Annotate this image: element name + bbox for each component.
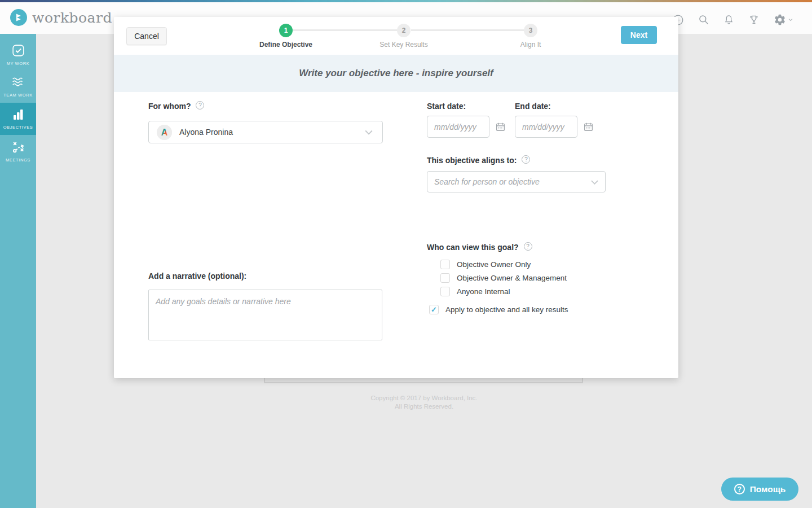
- logo-wordmark: workboard: [32, 10, 112, 26]
- meetings-tactics-icon: [11, 140, 25, 154]
- owner-name: Alyona Pronina: [179, 128, 233, 137]
- owner-avatar: A: [157, 125, 172, 140]
- workboard-logo-icon: [10, 9, 27, 26]
- step-3-circle[interactable]: 3: [524, 24, 537, 37]
- for-whom-label: For whom?: [148, 102, 191, 111]
- sidebar-item-meetings[interactable]: MEETINGS: [0, 135, 36, 167]
- start-date-input[interactable]: [427, 116, 489, 138]
- form-right-column: Start date: End date:: [427, 102, 607, 314]
- aligns-to-help-icon[interactable]: ?: [522, 155, 530, 164]
- form-left-column: For whom? ? A Alyona Pronina: [148, 102, 383, 343]
- app-root: workboard MY WORK: [0, 0, 812, 508]
- view-option-row: Objective Owner & Management: [427, 273, 607, 283]
- aligns-to-label: This objective aligns to:: [427, 156, 517, 165]
- narrative-label: Add a narrative (optional):: [148, 271, 246, 281]
- owner-chevron-down-icon: [363, 126, 374, 138]
- objective-title-placeholder: Write your objective here - inspire your…: [299, 68, 493, 79]
- view-option-label: Anyone Internal: [457, 287, 510, 296]
- owner-select[interactable]: A Alyona Pronina: [148, 121, 383, 143]
- create-objective-modal: Cancel Next 1 2 3 Define Objective Set K…: [114, 17, 678, 378]
- aligns-search-input[interactable]: [427, 171, 606, 192]
- footer-line2: All Rights Reserved.: [36, 402, 812, 411]
- view-option-label: Objective Owner Only: [457, 260, 531, 269]
- workboard-logo[interactable]: workboard: [10, 9, 112, 26]
- step-1-label: Define Objective: [241, 41, 331, 49]
- narrative-textarea[interactable]: [148, 290, 382, 340]
- notifications-bell-icon[interactable]: [723, 14, 734, 25]
- footer-copyright: Copyright © 2017 by Workboard, Inc. All …: [36, 394, 812, 411]
- topbar-icons: [672, 14, 794, 26]
- end-date-label: End date:: [515, 102, 593, 111]
- who-can-view-label: Who can view this goal?: [427, 243, 519, 252]
- view-option-row: Objective Owner Only: [427, 260, 607, 269]
- search-icon[interactable]: [698, 14, 709, 25]
- trophy-icon[interactable]: [748, 14, 760, 25]
- step-2-circle[interactable]: 2: [397, 24, 411, 37]
- who-can-view-help-icon[interactable]: ?: [524, 242, 532, 251]
- objectives-chart-icon: [11, 108, 25, 121]
- sidebar-item-label: MEETINGS: [6, 157, 30, 163]
- footer-line1: Copyright © 2017 by Workboard, Inc.: [36, 394, 812, 402]
- aligns-chevron-down-icon[interactable]: [589, 177, 600, 187]
- team-work-waves-icon: [11, 76, 25, 89]
- step-2-label: Set Key Results: [359, 41, 449, 49]
- end-date-input[interactable]: [515, 116, 577, 138]
- settings-gear-icon[interactable]: [774, 14, 794, 26]
- anyone-internal-checkbox[interactable]: [440, 287, 450, 296]
- apply-row: ✓ Apply to objective and all key results: [427, 305, 607, 314]
- view-option-row: Anyone Internal: [427, 287, 607, 296]
- start-date-calendar-icon[interactable]: [496, 122, 505, 132]
- svg-text:A: A: [161, 128, 168, 137]
- sidebar-item-my-work[interactable]: MY WORK: [0, 38, 36, 71]
- sidebar-item-objectives[interactable]: OBJECTIVES: [0, 103, 36, 135]
- for-whom-help-icon[interactable]: ?: [196, 101, 204, 110]
- end-date-calendar-icon[interactable]: [584, 122, 593, 132]
- objective-title-field[interactable]: Write your objective here - inspire your…: [114, 55, 678, 92]
- step-1-circle[interactable]: 1: [279, 24, 293, 37]
- step-connector-1: [293, 29, 397, 31]
- apply-label: Apply to objective and all key results: [445, 305, 568, 314]
- help-button[interactable]: ? Помощь: [721, 478, 798, 501]
- next-button[interactable]: Next: [621, 26, 657, 44]
- view-option-label: Objective Owner & Management: [457, 274, 567, 282]
- sidebar-item-team-work[interactable]: TEAM WORK: [0, 71, 36, 103]
- owner-management-checkbox[interactable]: [440, 273, 450, 283]
- apply-checkbox[interactable]: ✓: [429, 305, 439, 314]
- owner-only-checkbox[interactable]: [440, 260, 450, 269]
- help-question-icon: ?: [734, 484, 745, 494]
- sidebar-item-label: OBJECTIVES: [3, 125, 33, 130]
- step-connector-2: [411, 29, 524, 31]
- start-date-label: Start date:: [427, 102, 505, 111]
- cancel-button[interactable]: Cancel: [126, 27, 167, 45]
- view-options-list: Objective Owner Only Objective Owner & M…: [427, 260, 607, 296]
- sidebar-item-label: TEAM WORK: [3, 93, 33, 98]
- help-button-label: Помощь: [750, 484, 786, 494]
- step-3-label: Align It: [486, 41, 576, 49]
- my-work-check-icon: [11, 43, 25, 58]
- sidebar-item-label: MY WORK: [7, 61, 30, 66]
- sidebar: MY WORK TEAM WORK OBJECTIVES MEETINGS: [0, 34, 36, 508]
